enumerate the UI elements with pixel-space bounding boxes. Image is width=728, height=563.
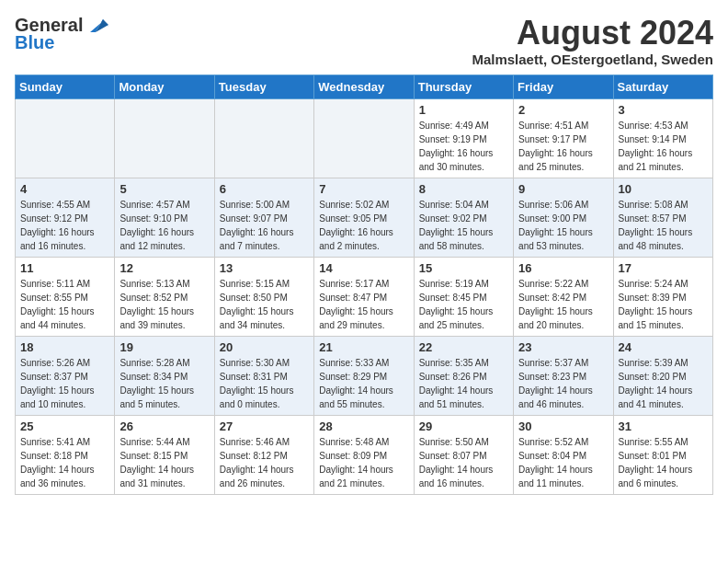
calendar-table: SundayMondayTuesdayWednesdayThursdayFrid… xyxy=(15,75,713,495)
day-info: Sunrise: 5:06 AM Sunset: 9:00 PM Dayligh… xyxy=(518,198,608,253)
calendar-day-cell: 1Sunrise: 4:49 AM Sunset: 9:19 PM Daylig… xyxy=(414,98,513,178)
day-number: 27 xyxy=(220,419,309,433)
calendar-day-cell: 21Sunrise: 5:33 AM Sunset: 8:29 PM Dayli… xyxy=(314,336,414,415)
calendar-day-cell: 17Sunrise: 5:24 AM Sunset: 8:39 PM Dayli… xyxy=(613,257,712,336)
day-info: Sunrise: 5:52 AM Sunset: 8:04 PM Dayligh… xyxy=(518,435,608,490)
day-info: Sunrise: 5:55 AM Sunset: 8:01 PM Dayligh… xyxy=(619,435,708,490)
calendar-day-cell: 20Sunrise: 5:30 AM Sunset: 8:31 PM Dayli… xyxy=(214,336,313,415)
calendar-day-cell: 31Sunrise: 5:55 AM Sunset: 8:01 PM Dayli… xyxy=(613,415,712,494)
calendar-day-cell: 2Sunrise: 4:51 AM Sunset: 9:17 PM Daylig… xyxy=(514,98,613,178)
calendar-day-cell: 27Sunrise: 5:46 AM Sunset: 8:12 PM Dayli… xyxy=(214,415,313,494)
day-of-week-header: Tuesday xyxy=(214,75,313,98)
day-number: 8 xyxy=(419,182,508,196)
day-number: 25 xyxy=(20,419,109,433)
calendar-day-cell: 6Sunrise: 5:00 AM Sunset: 9:07 PM Daylig… xyxy=(214,178,313,257)
calendar-day-cell: 11Sunrise: 5:11 AM Sunset: 8:55 PM Dayli… xyxy=(16,257,115,336)
calendar-day-cell: 22Sunrise: 5:35 AM Sunset: 8:26 PM Dayli… xyxy=(414,336,513,415)
day-info: Sunrise: 5:46 AM Sunset: 8:12 PM Dayligh… xyxy=(220,435,309,490)
calendar-day-cell: 25Sunrise: 5:41 AM Sunset: 8:18 PM Dayli… xyxy=(16,415,115,494)
day-number: 19 xyxy=(119,340,209,354)
day-number: 2 xyxy=(518,103,608,117)
day-info: Sunrise: 4:51 AM Sunset: 9:17 PM Dayligh… xyxy=(518,119,608,174)
day-info: Sunrise: 5:08 AM Sunset: 8:57 PM Dayligh… xyxy=(619,198,708,253)
day-of-week-header: Sunday xyxy=(16,75,115,98)
day-info: Sunrise: 5:22 AM Sunset: 8:42 PM Dayligh… xyxy=(518,277,608,332)
day-info: Sunrise: 5:39 AM Sunset: 8:20 PM Dayligh… xyxy=(619,356,708,411)
day-info: Sunrise: 5:02 AM Sunset: 9:05 PM Dayligh… xyxy=(319,198,408,253)
calendar-day-cell: 3Sunrise: 4:53 AM Sunset: 9:14 PM Daylig… xyxy=(613,98,712,178)
day-number: 22 xyxy=(419,340,508,354)
day-of-week-header: Monday xyxy=(115,75,214,98)
calendar-day-cell: 26Sunrise: 5:44 AM Sunset: 8:15 PM Dayli… xyxy=(115,415,214,494)
location-subtitle: Malmslaett, OEstergoetland, Sweden xyxy=(472,52,713,67)
day-number: 7 xyxy=(319,182,408,196)
day-info: Sunrise: 5:30 AM Sunset: 8:31 PM Dayligh… xyxy=(220,356,309,411)
day-info: Sunrise: 5:41 AM Sunset: 8:18 PM Dayligh… xyxy=(20,435,109,490)
day-number: 18 xyxy=(20,340,109,354)
day-number: 16 xyxy=(518,261,608,275)
logo-icon xyxy=(83,16,110,36)
day-of-week-header: Wednesday xyxy=(314,75,414,98)
day-number: 15 xyxy=(419,261,508,275)
day-number: 26 xyxy=(119,419,209,433)
day-number: 5 xyxy=(119,182,209,196)
day-number: 23 xyxy=(518,340,608,354)
calendar-day-cell xyxy=(314,98,414,178)
calendar-week-row: 11Sunrise: 5:11 AM Sunset: 8:55 PM Dayli… xyxy=(16,257,713,336)
day-info: Sunrise: 5:35 AM Sunset: 8:26 PM Dayligh… xyxy=(419,356,508,411)
day-info: Sunrise: 5:19 AM Sunset: 8:45 PM Dayligh… xyxy=(419,277,508,332)
day-info: Sunrise: 5:48 AM Sunset: 8:09 PM Dayligh… xyxy=(319,435,408,490)
day-info: Sunrise: 5:11 AM Sunset: 8:55 PM Dayligh… xyxy=(20,277,109,332)
day-number: 24 xyxy=(619,340,708,354)
day-info: Sunrise: 5:24 AM Sunset: 8:39 PM Dayligh… xyxy=(619,277,708,332)
calendar-day-cell: 29Sunrise: 5:50 AM Sunset: 8:07 PM Dayli… xyxy=(414,415,513,494)
month-year-title: August 2024 xyxy=(472,15,713,52)
day-number: 11 xyxy=(20,261,109,275)
calendar-day-cell: 28Sunrise: 5:48 AM Sunset: 8:09 PM Dayli… xyxy=(314,415,414,494)
day-of-week-header: Saturday xyxy=(613,75,712,98)
day-number: 12 xyxy=(119,261,209,275)
calendar-day-cell: 7Sunrise: 5:02 AM Sunset: 9:05 PM Daylig… xyxy=(314,178,414,257)
calendar-day-cell: 14Sunrise: 5:17 AM Sunset: 8:47 PM Dayli… xyxy=(314,257,414,336)
calendar-day-cell: 9Sunrise: 5:06 AM Sunset: 9:00 PM Daylig… xyxy=(514,178,613,257)
day-number: 3 xyxy=(619,103,708,117)
day-info: Sunrise: 5:50 AM Sunset: 8:07 PM Dayligh… xyxy=(419,435,508,490)
day-number: 13 xyxy=(220,261,309,275)
day-info: Sunrise: 5:44 AM Sunset: 8:15 PM Dayligh… xyxy=(119,435,209,490)
day-number: 14 xyxy=(319,261,408,275)
calendar-day-cell: 18Sunrise: 5:26 AM Sunset: 8:37 PM Dayli… xyxy=(16,336,115,415)
day-number: 9 xyxy=(518,182,608,196)
day-info: Sunrise: 5:13 AM Sunset: 8:52 PM Dayligh… xyxy=(119,277,209,332)
day-of-week-header: Friday xyxy=(514,75,613,98)
day-number: 6 xyxy=(220,182,309,196)
day-number: 17 xyxy=(619,261,708,275)
calendar-day-cell: 24Sunrise: 5:39 AM Sunset: 8:20 PM Dayli… xyxy=(613,336,712,415)
calendar-day-cell: 19Sunrise: 5:28 AM Sunset: 8:34 PM Dayli… xyxy=(115,336,214,415)
day-info: Sunrise: 5:04 AM Sunset: 9:02 PM Dayligh… xyxy=(419,198,508,253)
day-number: 4 xyxy=(20,182,109,196)
title-block: August 2024 Malmslaett, OEstergoetland, … xyxy=(472,15,713,67)
calendar-week-row: 25Sunrise: 5:41 AM Sunset: 8:18 PM Dayli… xyxy=(16,415,713,494)
day-number: 20 xyxy=(220,340,309,354)
logo: General Blue xyxy=(15,15,110,53)
calendar-day-cell: 10Sunrise: 5:08 AM Sunset: 8:57 PM Dayli… xyxy=(613,178,712,257)
day-number: 10 xyxy=(619,182,708,196)
days-of-week-row: SundayMondayTuesdayWednesdayThursdayFrid… xyxy=(16,75,713,98)
calendar-day-cell: 15Sunrise: 5:19 AM Sunset: 8:45 PM Dayli… xyxy=(414,257,513,336)
day-number: 30 xyxy=(518,419,608,433)
calendar-day-cell: 5Sunrise: 4:57 AM Sunset: 9:10 PM Daylig… xyxy=(115,178,214,257)
day-info: Sunrise: 5:28 AM Sunset: 8:34 PM Dayligh… xyxy=(119,356,209,411)
day-info: Sunrise: 5:37 AM Sunset: 8:23 PM Dayligh… xyxy=(518,356,608,411)
calendar-day-cell xyxy=(115,98,214,178)
calendar-day-cell: 12Sunrise: 5:13 AM Sunset: 8:52 PM Dayli… xyxy=(115,257,214,336)
svg-marker-1 xyxy=(96,19,108,32)
day-number: 1 xyxy=(419,103,508,117)
day-info: Sunrise: 4:53 AM Sunset: 9:14 PM Dayligh… xyxy=(619,119,708,174)
calendar-day-cell xyxy=(16,98,115,178)
calendar-day-cell: 8Sunrise: 5:04 AM Sunset: 9:02 PM Daylig… xyxy=(414,178,513,257)
day-info: Sunrise: 5:00 AM Sunset: 9:07 PM Dayligh… xyxy=(220,198,309,253)
calendar-day-cell: 23Sunrise: 5:37 AM Sunset: 8:23 PM Dayli… xyxy=(514,336,613,415)
day-info: Sunrise: 5:15 AM Sunset: 8:50 PM Dayligh… xyxy=(220,277,309,332)
calendar-week-row: 4Sunrise: 4:55 AM Sunset: 9:12 PM Daylig… xyxy=(16,178,713,257)
day-info: Sunrise: 4:49 AM Sunset: 9:19 PM Dayligh… xyxy=(419,119,508,174)
